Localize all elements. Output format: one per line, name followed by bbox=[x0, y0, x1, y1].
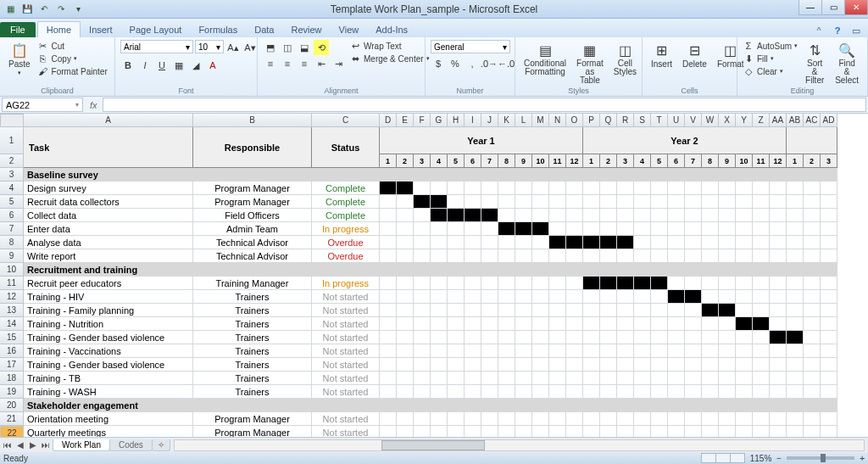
cell[interactable] bbox=[481, 358, 498, 372]
cell[interactable]: Baseline survey bbox=[24, 168, 837, 182]
cell[interactable] bbox=[753, 236, 770, 249]
cell[interactable] bbox=[719, 290, 736, 304]
cell[interactable] bbox=[651, 372, 668, 385]
cell[interactable] bbox=[532, 249, 549, 263]
cell[interactable] bbox=[787, 236, 804, 249]
cell[interactable] bbox=[397, 344, 414, 358]
cell[interactable] bbox=[465, 290, 481, 304]
cell[interactable]: Trainers bbox=[193, 317, 312, 331]
cell[interactable] bbox=[617, 372, 634, 385]
cell[interactable] bbox=[804, 304, 821, 317]
cell[interactable]: Write report bbox=[24, 249, 193, 263]
cell[interactable] bbox=[397, 249, 414, 263]
cell[interactable] bbox=[651, 209, 668, 222]
cell[interactable] bbox=[532, 222, 549, 236]
paste-button[interactable]: 📋Paste▾ bbox=[5, 40, 34, 78]
cell[interactable] bbox=[702, 182, 719, 195]
cell[interactable]: 5 bbox=[651, 154, 668, 168]
cell[interactable] bbox=[600, 426, 617, 437]
cell[interactable] bbox=[481, 344, 498, 358]
row-header[interactable]: 13 bbox=[0, 304, 24, 317]
cell[interactable] bbox=[600, 358, 617, 372]
increase-decimal-button[interactable]: .0→ bbox=[481, 56, 497, 71]
cell[interactable] bbox=[685, 317, 702, 331]
cell[interactable] bbox=[702, 222, 719, 236]
horizontal-scrollbar[interactable] bbox=[174, 439, 865, 451]
cell[interactable] bbox=[821, 290, 837, 304]
cell[interactable] bbox=[532, 372, 549, 385]
cell[interactable] bbox=[515, 385, 532, 399]
column-header[interactable]: V bbox=[685, 114, 702, 127]
cell[interactable] bbox=[702, 209, 719, 222]
cell[interactable] bbox=[617, 222, 634, 236]
cell[interactable] bbox=[634, 426, 651, 437]
cell[interactable] bbox=[566, 222, 583, 236]
cell[interactable] bbox=[583, 426, 600, 437]
cell[interactable] bbox=[549, 304, 566, 317]
cell[interactable] bbox=[736, 277, 753, 290]
merge-center-button[interactable]: ⬌Merge & Center▾ bbox=[349, 53, 430, 64]
tab-insert[interactable]: Insert bbox=[81, 22, 121, 37]
cell[interactable] bbox=[804, 249, 821, 263]
cell[interactable] bbox=[719, 372, 736, 385]
cell[interactable] bbox=[736, 426, 753, 437]
cell[interactable] bbox=[668, 317, 685, 331]
cell[interactable] bbox=[465, 222, 481, 236]
cell[interactable] bbox=[736, 317, 753, 331]
cell[interactable]: Orientation meeting bbox=[24, 412, 193, 426]
cell[interactable] bbox=[448, 426, 465, 437]
undo-icon[interactable]: ↶ bbox=[37, 3, 51, 16]
cell[interactable]: 11 bbox=[753, 154, 770, 168]
cell[interactable] bbox=[414, 412, 431, 426]
cell[interactable] bbox=[549, 222, 566, 236]
cell[interactable] bbox=[719, 331, 736, 344]
cell[interactable] bbox=[431, 426, 448, 437]
cell[interactable] bbox=[498, 426, 515, 437]
cell[interactable]: Program Manager bbox=[193, 182, 312, 195]
cell[interactable] bbox=[431, 331, 448, 344]
cell[interactable]: 11 bbox=[549, 154, 566, 168]
cell[interactable] bbox=[770, 317, 787, 331]
cell[interactable] bbox=[770, 426, 787, 437]
cell[interactable] bbox=[634, 385, 651, 399]
cell[interactable] bbox=[736, 372, 753, 385]
cell[interactable] bbox=[617, 385, 634, 399]
column-header[interactable]: E bbox=[397, 114, 414, 127]
cell[interactable]: Admin Team bbox=[193, 222, 312, 236]
cell[interactable]: Year 2 bbox=[583, 127, 787, 154]
cell[interactable] bbox=[431, 385, 448, 399]
cell[interactable] bbox=[634, 372, 651, 385]
cell[interactable] bbox=[431, 412, 448, 426]
cell[interactable] bbox=[448, 209, 465, 222]
cell[interactable] bbox=[685, 249, 702, 263]
cell[interactable] bbox=[804, 385, 821, 399]
cell[interactable] bbox=[600, 209, 617, 222]
cell[interactable] bbox=[380, 385, 397, 399]
cell[interactable] bbox=[448, 304, 465, 317]
cell[interactable]: Training - Nutrition bbox=[24, 317, 193, 331]
cell[interactable] bbox=[821, 331, 837, 344]
column-header[interactable]: H bbox=[448, 114, 465, 127]
cell[interactable] bbox=[668, 412, 685, 426]
shrink-font-button[interactable]: A▾ bbox=[242, 40, 258, 55]
cell[interactable] bbox=[634, 304, 651, 317]
cell[interactable] bbox=[431, 344, 448, 358]
cell[interactable] bbox=[532, 412, 549, 426]
cell[interactable] bbox=[515, 290, 532, 304]
cell[interactable] bbox=[583, 412, 600, 426]
cell[interactable] bbox=[668, 195, 685, 209]
name-box[interactable]: AG22▾ bbox=[2, 98, 83, 112]
cell[interactable]: Recruitment and training bbox=[24, 263, 837, 277]
copy-button[interactable]: ⎘Copy▾ bbox=[37, 53, 108, 64]
cell[interactable] bbox=[498, 358, 515, 372]
cell[interactable] bbox=[753, 290, 770, 304]
cell[interactable] bbox=[481, 426, 498, 437]
cell[interactable] bbox=[498, 249, 515, 263]
cell[interactable] bbox=[600, 236, 617, 249]
cell[interactable]: Training - Gender based violence bbox=[24, 331, 193, 344]
column-header[interactable]: AB bbox=[787, 114, 804, 127]
cell[interactable] bbox=[498, 195, 515, 209]
cell[interactable]: Field Officers bbox=[193, 209, 312, 222]
cell[interactable] bbox=[651, 222, 668, 236]
cell[interactable] bbox=[380, 236, 397, 249]
